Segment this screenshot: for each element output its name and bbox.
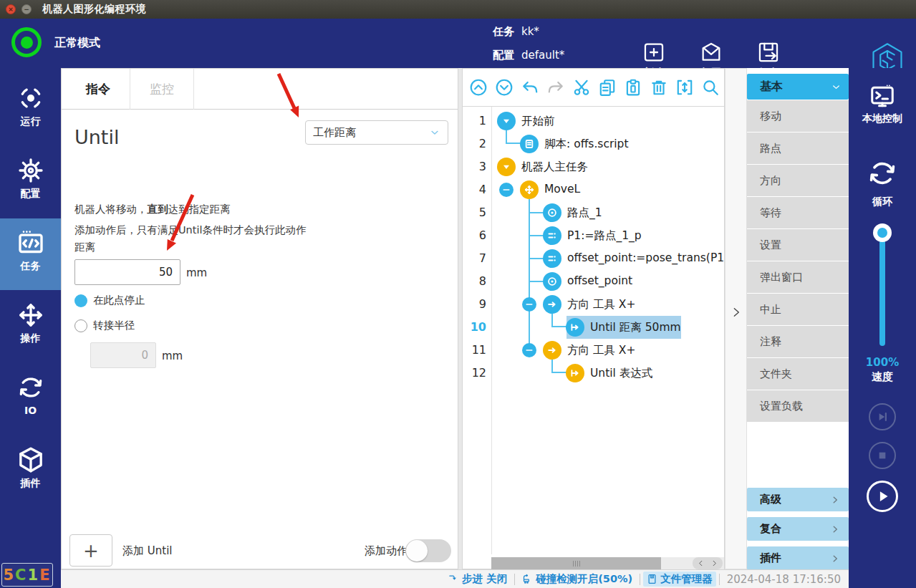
assign-node-icon — [543, 226, 561, 245]
tri-node-icon — [497, 158, 516, 176]
tree-row[interactable]: Until 距离 50mm — [590, 320, 681, 335]
tree-row[interactable]: 路点_1 — [567, 206, 602, 221]
tree-row[interactable]: MoveL — [544, 183, 580, 196]
panel-collapse-strip[interactable] — [725, 68, 747, 569]
tree-row[interactable]: 机器人主任务 — [521, 160, 588, 175]
command-item-7[interactable]: 注释 — [747, 326, 849, 357]
minimize-icon[interactable]: − — [21, 4, 32, 14]
tree-row[interactable]: Until 表达式 — [590, 366, 652, 381]
command-item-1[interactable]: 路点 — [747, 132, 849, 164]
config-value: default* — [521, 49, 564, 62]
undo-button[interactable] — [521, 78, 539, 97]
open-icon — [699, 40, 723, 64]
search-button[interactable] — [701, 78, 720, 97]
script-node-icon — [520, 135, 539, 153]
collapse-all-button[interactable] — [469, 78, 488, 97]
command-item-3[interactable]: 等待 — [747, 197, 849, 228]
blend-radius-input — [90, 342, 156, 368]
sidebar-item-plugin[interactable]: 插件 — [0, 435, 61, 507]
add-until-button[interactable]: + — [69, 534, 112, 567]
command-item-6[interactable]: 中止 — [747, 294, 849, 325]
speed-slider[interactable] — [879, 227, 885, 346]
command-item-5[interactable]: 弹出窗口 — [747, 261, 849, 293]
scrollbar-thumb[interactable] — [491, 557, 661, 569]
paste-button[interactable] — [624, 78, 642, 97]
sidebar-item-io[interactable]: IO — [0, 363, 61, 435]
stop-at-point-label: 在此点停止 — [93, 294, 145, 307]
tree-row[interactable]: 方向 工具 X+ — [567, 343, 635, 358]
blend-radius-unit: mm — [162, 350, 183, 362]
minus-node-icon[interactable] — [522, 343, 536, 357]
tree-connector — [529, 199, 530, 351]
collision-status-icon — [522, 574, 533, 584]
move-node-icon — [520, 180, 539, 199]
loop-icon[interactable] — [867, 158, 898, 189]
blend-radius-radio[interactable]: 转接半径 — [74, 319, 135, 332]
add-action-toggle[interactable] — [405, 539, 451, 562]
play-icon — [872, 486, 893, 507]
minus-node-icon[interactable] — [522, 297, 536, 312]
line-number: 12 — [463, 366, 486, 380]
status-item-1[interactable]: 碰撞检测开启(50%) — [518, 572, 637, 586]
status-item-2[interactable]: 文件管理器 — [643, 572, 716, 587]
chevron-right-icon — [830, 524, 840, 534]
command-item-9[interactable]: 设置负载 — [747, 390, 849, 422]
command-group-1[interactable]: 复合 — [747, 517, 849, 541]
loop-label: 循环 — [849, 196, 916, 208]
tree-row[interactable]: 方向 工具 X+ — [567, 297, 635, 312]
category-basic-header[interactable]: 基本 — [747, 74, 849, 100]
tree-row[interactable]: offset_point — [567, 274, 632, 287]
delete-button[interactable] — [650, 78, 668, 97]
tab-monitor[interactable]: 监控 — [130, 69, 194, 110]
command-group-0[interactable]: 高级 — [747, 488, 849, 511]
command-item-label: 设置 — [760, 238, 781, 252]
tab-instruction[interactable]: 指令 — [67, 69, 130, 110]
sidebar-item-operate[interactable]: 操作 — [0, 291, 61, 362]
tree-row[interactable]: 脚本: offs.script — [544, 137, 629, 152]
close-icon[interactable]: × — [6, 4, 16, 14]
move-arrows-icon — [16, 301, 45, 329]
step-forward-button — [869, 403, 896, 430]
horizontal-scrollbar[interactable] — [491, 557, 724, 569]
command-item-label: 弹出窗口 — [760, 271, 803, 284]
sidebar-item-label: 任务 — [0, 260, 61, 273]
command-item-2[interactable]: 方向 — [747, 165, 849, 196]
speed-slider-knob[interactable] — [873, 223, 892, 242]
chevron-right-icon[interactable] — [731, 305, 742, 319]
expand-all-button[interactable] — [495, 78, 514, 97]
device-code-badge: 5C1E — [1, 563, 53, 587]
add-action-label: 添加动作 — [365, 544, 408, 558]
sidebar-item-config[interactable]: 配置 — [0, 146, 61, 218]
cut-button[interactable] — [572, 78, 591, 97]
speed-value: 100% — [849, 356, 916, 369]
fit-icon — [675, 78, 694, 97]
until-type-dropdown[interactable]: 工作距离 — [305, 120, 448, 145]
fit-button[interactable] — [675, 78, 694, 97]
cut-icon — [572, 78, 591, 97]
scrollbar-arrows[interactable] — [693, 557, 723, 569]
paste-icon — [624, 78, 642, 97]
tree-row[interactable]: P1:=路点_1_p — [567, 228, 642, 244]
play-button[interactable] — [867, 481, 898, 512]
status-item-0[interactable]: 步进 关闭 — [444, 572, 511, 586]
sidebar-item-task[interactable]: 任务 — [0, 218, 61, 290]
command-group-2[interactable]: 插件 — [747, 546, 849, 570]
command-item-8[interactable]: 文件夹 — [747, 358, 849, 390]
command-item-4[interactable]: 设置 — [747, 229, 849, 261]
command-item-0[interactable]: 移动 — [747, 100, 849, 132]
tree-connector — [529, 281, 544, 282]
sidebar-item-run[interactable]: 运行 — [0, 74, 61, 145]
status-datetime: 2024-04-18 17:16:50 — [723, 573, 845, 586]
command-item-label: 设置负载 — [760, 400, 803, 413]
minus-node-icon[interactable] — [499, 183, 514, 197]
copy-button[interactable] — [598, 78, 617, 97]
tree-row[interactable]: 开始前 — [521, 114, 555, 129]
sidebar-item-label: IO — [0, 405, 61, 416]
stop-at-point-radio[interactable]: 在此点停止 — [74, 294, 145, 307]
local-control-icon[interactable] — [868, 84, 897, 110]
collapse-all-icon — [469, 78, 488, 97]
description-line2: 添加动作后，只有满足Until条件时才会执行此动作 — [74, 223, 307, 237]
status-bar: 步进 关闭碰撞检测开启(50%)文件管理器2024-04-18 17:16:50 — [61, 569, 849, 588]
mode-indicator-icon — [11, 27, 42, 57]
distance-input[interactable] — [74, 259, 180, 285]
